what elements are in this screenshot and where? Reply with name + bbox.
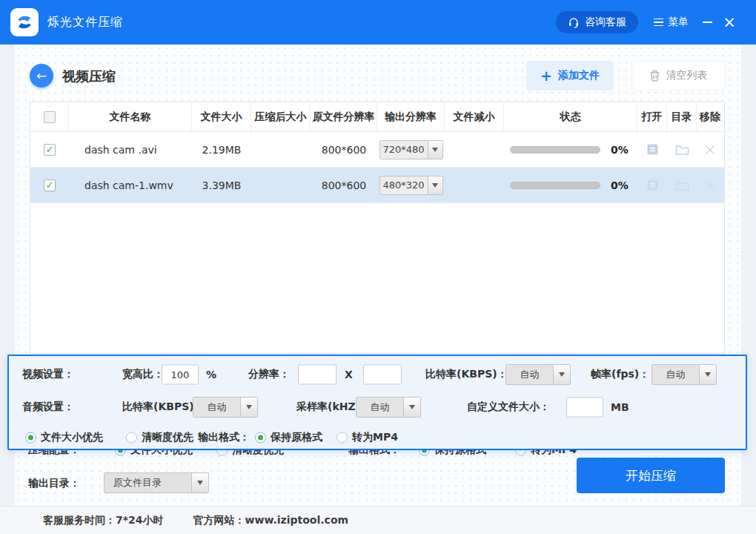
dropdown-arrow-icon <box>699 365 716 384</box>
original-resolution: 800*600 <box>311 168 377 202</box>
file-name: dash cam-1.wmv <box>69 168 192 202</box>
back-button[interactable]: ← <box>30 64 53 88</box>
col-header-output-resolution: 输出分辨率 <box>377 102 445 131</box>
select-all-checkbox[interactable] <box>44 111 56 123</box>
menu-button-label: 菜单 <box>668 16 689 29</box>
aspect-ratio-label: 宽高比： <box>122 368 164 381</box>
table-header-row: 文件名称 文件大小 压缩后大小 原文件分辨率 输出分辨率 文件减小 状态 打开 … <box>30 102 724 132</box>
start-compress-button[interactable]: 开始压缩 <box>577 458 725 493</box>
document-icon <box>646 143 659 156</box>
aspect-ratio-input[interactable] <box>162 365 199 385</box>
file-reduction <box>445 168 504 202</box>
video-bitrate-value: 自动 <box>506 365 553 384</box>
page-title: 视频压缩 <box>62 67 116 85</box>
file-size: 2.19MB <box>192 132 251 167</box>
custom-size-label: 自定义文件大小： <box>467 400 550 414</box>
clear-list-button[interactable]: 清空列表 <box>631 61 725 90</box>
custom-size-input[interactable] <box>566 398 603 418</box>
radio-to-mp4-label: 转为MP4 <box>352 431 398 444</box>
col-header-compressed-size: 压缩后大小 <box>251 102 311 131</box>
col-header-folder: 目录 <box>667 102 697 131</box>
support-button[interactable]: 咨询客服 <box>556 11 638 33</box>
video-bitrate-select[interactable]: 自动 <box>505 364 571 385</box>
col-header-original-resolution: 原文件分辨率 <box>311 102 377 131</box>
menu-button[interactable]: 菜单 <box>654 13 689 31</box>
output-dir-select[interactable]: 原文件目录 <box>104 472 209 493</box>
dropdown-arrow-icon <box>553 365 570 384</box>
add-files-button[interactable]: + 添加文件 <box>526 61 614 90</box>
radio-clarity-priority[interactable] <box>126 432 137 444</box>
dropdown-arrow-icon <box>191 473 208 492</box>
open-file-button[interactable] <box>646 179 659 191</box>
col-header-filesize: 文件大小 <box>192 102 251 131</box>
file-name: dash cam .avi <box>69 132 192 167</box>
fps-select[interactable]: 自动 <box>651 364 717 385</box>
col-header-open: 打开 <box>637 102 667 131</box>
compressed-size <box>251 168 311 202</box>
open-file-button[interactable] <box>646 143 659 156</box>
custom-size-unit: MB <box>611 401 629 413</box>
file-table: 文件名称 文件大小 压缩后大小 原文件分辨率 输出分辨率 文件减小 状态 打开 … <box>30 102 725 354</box>
sample-rate-value: 自动 <box>357 398 403 417</box>
progress-label: 0% <box>611 179 629 191</box>
video-settings-row: 视频设置： 宽高比： % 分辨率： X 比特率(KBPS)： 自动 帧率(fps… <box>9 364 746 385</box>
radio-size-priority[interactable] <box>25 432 36 444</box>
remove-file-button[interactable] <box>704 144 716 156</box>
table-row[interactable]: ✓ dash cam .avi 2.19MB 800*600 720*480 0… <box>30 132 724 168</box>
open-folder-button[interactable] <box>675 144 689 156</box>
row-checkbox[interactable]: ✓ <box>44 144 56 156</box>
dropdown-arrow-icon <box>240 398 257 417</box>
clear-list-label: 清空列表 <box>666 69 708 82</box>
audio-settings-row: 音频设置： 比特率(KBPS)： 自动 采样率(kHZ)： 自动 自定义文件大小… <box>9 397 746 418</box>
close-icon: × <box>723 13 736 31</box>
col-header-remove: 移除 <box>697 102 723 131</box>
radio-clarity-priority-label: 清晰度优先 <box>142 431 193 444</box>
col-header-reduction: 文件减小 <box>445 102 504 131</box>
audio-bitrate-value: 自动 <box>193 398 240 417</box>
dropdown-arrow-icon <box>428 141 442 159</box>
output-dir-label: 输出目录： <box>28 477 80 490</box>
audio-bitrate-select[interactable]: 自动 <box>193 397 258 418</box>
table-row[interactable]: ✓ dash cam-1.wmv 3.39MB 800*600 480*320 … <box>30 168 724 203</box>
footer: 客服服务时间：7*24小时 官方网站：www.iziptool.com <box>0 506 756 534</box>
support-button-label: 咨询客服 <box>585 16 626 29</box>
app-logo-icon <box>10 8 39 36</box>
plus-icon: + <box>540 69 552 83</box>
resolution-label: 分辨率： <box>248 368 290 381</box>
output-resolution-select[interactable]: 480*320 <box>379 176 443 195</box>
output-resolution-select[interactable]: 720*480 <box>379 140 443 159</box>
website-text: 官方网站：www.iziptool.com <box>193 514 349 527</box>
open-folder-button[interactable] <box>675 179 689 191</box>
headset-icon <box>568 16 580 28</box>
resolution-width-input[interactable] <box>298 365 336 385</box>
document-icon <box>646 179 659 191</box>
minimize-button[interactable] <box>700 15 714 30</box>
minimize-icon <box>703 22 712 23</box>
remove-file-button[interactable] <box>704 179 716 191</box>
file-reduction <box>445 132 504 167</box>
row-checkbox[interactable]: ✓ <box>44 179 56 191</box>
sample-rate-select[interactable]: 自动 <box>356 397 421 418</box>
radio-size-priority-label: 文件大小优先 <box>41 431 103 444</box>
audio-settings-label: 音频设置： <box>22 400 74 414</box>
settings-panel: 视频设置： 宽高比： % 分辨率： X 比特率(KBPS)： 自动 帧率(fps… <box>7 355 747 450</box>
output-resolution-value: 720*480 <box>380 141 428 159</box>
titlebar: 烁光文件压缩 咨询客服 菜单 × <box>0 0 756 44</box>
fps-label: 帧率(fps)： <box>591 368 649 381</box>
start-compress-label: 开始压缩 <box>626 467 676 484</box>
progress-label: 0% <box>611 144 629 156</box>
add-files-label: 添加文件 <box>558 69 600 82</box>
resolution-separator: X <box>345 369 353 380</box>
radio-to-mp4[interactable] <box>336 432 348 444</box>
check-icon: ✓ <box>46 180 54 190</box>
close-button[interactable]: × <box>720 13 738 32</box>
col-header-filename: 文件名称 <box>69 102 192 131</box>
folder-icon <box>675 144 689 156</box>
original-resolution: 800*600 <box>311 132 377 167</box>
compressed-size <box>251 132 311 167</box>
radio-keep-format[interactable] <box>255 432 266 444</box>
dropdown-arrow-icon <box>428 177 442 194</box>
progress-bar <box>510 182 600 189</box>
progress-bar <box>510 146 600 154</box>
resolution-height-input[interactable] <box>363 365 402 385</box>
